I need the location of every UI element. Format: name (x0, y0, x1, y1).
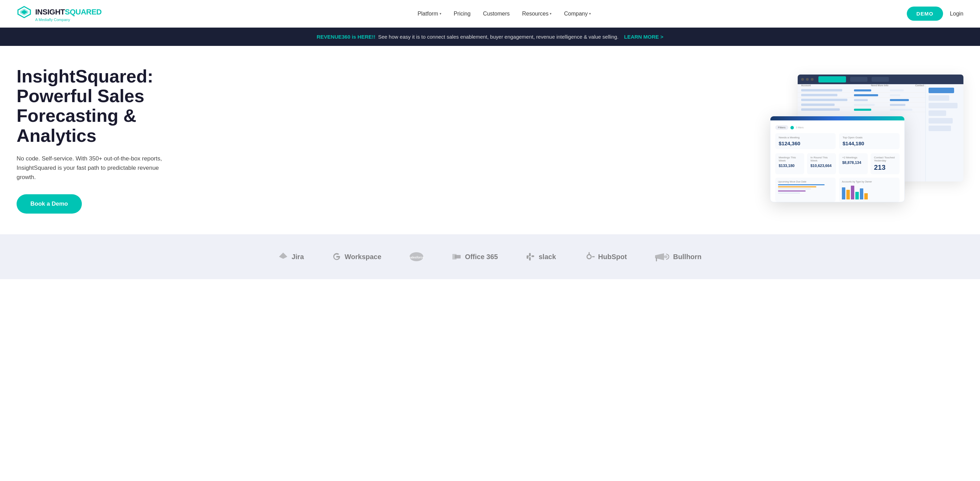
metric-label-2: Top Open Goals (843, 136, 896, 139)
integration-slack: slack (525, 252, 556, 262)
metric-value-3: $133,180 (779, 164, 801, 168)
announcement-banner: REVENUE360 is HERE!! See how easy it is … (0, 28, 980, 46)
bar-chart (842, 184, 897, 200)
dash-gradient-header (770, 116, 904, 121)
metrics-grid: Needs a Meeting $124,360 Top Open Goals … (775, 133, 900, 149)
metric-value-6: 213 (874, 164, 896, 171)
integrations-section: Jira Workspace salesforce Office 365 sl (0, 234, 980, 279)
demo-button[interactable]: DEMO (907, 6, 943, 21)
book-demo-button[interactable]: Book a Demo (17, 194, 82, 214)
metric-card-6: Contact Touched Yesterday 213 (870, 153, 900, 174)
integration-office365: Office 365 (452, 252, 498, 262)
workspace-label: Workspace (345, 253, 381, 261)
nav-actions: DEMO Login (907, 6, 963, 21)
metric-value-4: $10,623,664 (810, 164, 832, 168)
metric-card-5: +2 Meetings $8,878,134 (839, 153, 868, 174)
metric-label-4: In Round This Week (810, 156, 832, 162)
chart-label-2: Accounts by Type by Owner (842, 181, 897, 183)
svg-rect-11 (527, 256, 529, 257)
integration-hubspot: HubSpot (584, 252, 627, 262)
nav-company[interactable]: Company ▾ (564, 11, 590, 17)
office365-label: Office 365 (465, 253, 498, 261)
slack-label: slack (539, 253, 556, 261)
integration-workspace: Workspace (331, 252, 381, 262)
chart-lines-1 (778, 184, 833, 194)
platform-chevron-icon: ▾ (439, 12, 441, 16)
svg-text:salesforce: salesforce (409, 256, 424, 259)
slack-icon (525, 252, 535, 262)
hero-left: InsightSquared: Powerful Sales Forecasti… (17, 67, 196, 214)
banner-highlight: REVENUE360 is HERE!! (317, 34, 375, 40)
integration-bullhorn: Bullhorn (654, 252, 702, 262)
dash-header (798, 75, 963, 84)
navbar: INSIGHTSQUARED A Mediafly Company Platfo… (0, 0, 980, 28)
banner-link[interactable]: LEARN MORE > (624, 34, 663, 40)
dash-body: Filters 3 filters Needs a Meeting $124,3… (770, 121, 904, 202)
logo-icon (17, 6, 32, 18)
metric-label-3: Meetings This Week (779, 156, 801, 162)
metric-value-1: $124,360 (779, 140, 832, 146)
svg-rect-6 (455, 255, 461, 259)
office365-icon (452, 252, 461, 262)
jira-icon (278, 252, 288, 262)
nav-platform[interactable]: Platform ▾ (417, 11, 441, 17)
bullhorn-icon (654, 252, 670, 262)
filter-label: 3 filters (796, 126, 804, 129)
logo-area: INSIGHTSQUARED A Mediafly Company (17, 6, 102, 22)
metric-card-3: Meetings This Week $133,180 (775, 153, 804, 174)
integration-jira: Jira (278, 252, 304, 262)
salesforce-icon: salesforce (409, 252, 424, 262)
integration-salesforce: salesforce (409, 252, 424, 262)
hero-title: InsightSquared: Powerful Sales Forecasti… (17, 67, 196, 146)
chart-bottom: Upcoming Move Due Date Accounts by Type … (775, 178, 900, 202)
login-button[interactable]: Login (950, 11, 963, 17)
filter-row: Filters 3 filters (775, 125, 900, 130)
svg-rect-9 (529, 257, 531, 260)
nav-customers[interactable]: Customers (483, 11, 510, 17)
chart-upcoming: Upcoming Move Due Date (775, 178, 836, 202)
metric-label-6: Contact Touched Yesterday (874, 156, 896, 162)
metrics-row-2: Meetings This Week $133,180 In Round Thi… (775, 153, 900, 174)
logo-text: INSIGHTSQUARED (35, 8, 102, 17)
nav-resources[interactable]: Resources ▾ (522, 11, 552, 17)
metric-value-2: $144,180 (843, 140, 896, 146)
nav-pricing[interactable]: Pricing (454, 11, 471, 17)
filter-chip: Filters (775, 125, 788, 130)
svg-point-12 (587, 255, 591, 259)
chart-label-1: Upcoming Move Due Date (778, 181, 833, 183)
chart-accounts: Accounts by Type by Owner (839, 178, 900, 202)
metric-label-5: +2 Meetings (842, 156, 864, 159)
metric-card-4: In Round This Week $10,623,664 (807, 153, 836, 174)
hubspot-label: HubSpot (598, 253, 627, 261)
metric-card-1: Needs a Meeting $124,360 (775, 133, 836, 149)
bullhorn-label: Bullhorn (673, 253, 702, 261)
hero-subtitle: No code. Self-service. With 350+ out-of-… (17, 154, 175, 182)
hero-dashboard: Account Need More Info Contact Best Case (770, 75, 963, 206)
dash-tab-active (818, 76, 846, 83)
company-chevron-icon: ▾ (589, 12, 591, 16)
banner-text: See how easy it is to connect sales enab… (378, 34, 619, 40)
dashboard-front: Filters 3 filters Needs a Meeting $124,3… (770, 116, 905, 202)
filter-dot (791, 126, 794, 129)
chart-bars (842, 184, 897, 200)
nav-links: Platform ▾ Pricing Customers Resources ▾… (417, 11, 591, 17)
side-chart-area (926, 84, 963, 181)
svg-rect-10 (531, 256, 534, 257)
logo-subtitle: A Mediafly Company (35, 17, 70, 22)
google-icon (331, 252, 341, 262)
metric-label-1: Needs a Meeting (779, 136, 832, 139)
hero-section: InsightSquared: Powerful Sales Forecasti… (0, 46, 980, 234)
metric-card-2: Top Open Goals $144,180 (839, 133, 900, 149)
resources-chevron-icon: ▾ (550, 12, 552, 16)
jira-label: Jira (291, 253, 304, 261)
hubspot-icon (584, 252, 595, 262)
metric-value-5: $8,878,134 (842, 160, 864, 165)
svg-rect-15 (664, 256, 668, 258)
